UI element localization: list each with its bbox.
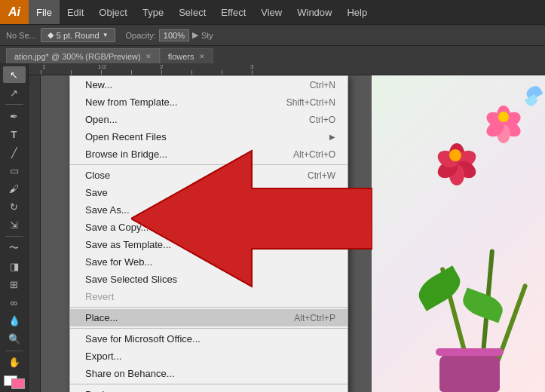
menu-place[interactable]: Place... Alt+Ctrl+P: [70, 309, 348, 326]
tool-blend[interactable]: ∞: [3, 294, 26, 311]
brush-selector[interactable]: ◆ 5 pt. Round ▼: [41, 28, 115, 42]
separator-3: [70, 328, 348, 329]
menu-open-label: Open...: [85, 114, 118, 125]
menu-save-template[interactable]: Save as Template...: [70, 236, 348, 253]
menu-save-template-label: Save as Template...: [85, 239, 171, 250]
menu-window[interactable]: Window: [289, 0, 339, 24]
tool-zoom[interactable]: 🔍: [3, 331, 26, 348]
tool-eyedropper[interactable]: 💧: [3, 312, 26, 329]
menu-open-recent[interactable]: Open Recent Files ▶: [70, 128, 348, 145]
menu-view[interactable]: View: [253, 0, 289, 24]
menu-close-shortcut: Ctrl+W: [308, 170, 335, 181]
menu-file[interactable]: File: [29, 0, 60, 24]
tab-active-document[interactable]: ation.jpg* @ 300% (RGB/Preview) ✕: [6, 48, 160, 63]
menu-save-copy-shortcut: Alt+Ctrl+S: [294, 222, 335, 233]
tool-rotate[interactable]: ↻: [3, 198, 26, 215]
opacity-arrow-icon[interactable]: ▶: [192, 30, 198, 40]
menu-new-template[interactable]: New from Template... Shift+Ctrl+N: [70, 93, 348, 111]
tab-flowers[interactable]: flowers ✕: [160, 48, 213, 63]
tool-brush[interactable]: 🖌: [3, 180, 26, 197]
tab-label: ation.jpg* @ 300% (RGB/Preview): [14, 52, 141, 61]
menu-open-shortcut: Ctrl+O: [309, 115, 335, 125]
tool-pen[interactable]: ✒: [3, 108, 26, 124]
menu-export[interactable]: Export...: [70, 348, 348, 365]
menu-save-web[interactable]: Save for Web...: [70, 253, 348, 271]
tab-flowers-close-icon[interactable]: ✕: [199, 53, 205, 60]
brush-label: 5 pt. Round: [57, 31, 100, 40]
tool-line[interactable]: ╱: [3, 144, 26, 161]
menu-close[interactable]: Close Ctrl+W: [70, 167, 348, 184]
menu-bridge-shortcut: Alt+Ctrl+O: [293, 149, 335, 160]
menu-open-recent-label: Open Recent Files: [85, 131, 167, 142]
main-area: ↖ ↗ ✒ T ╱ ▭ 🖌 ↻ ⇲ 〜 ◨ ⊞ ∞ 💧 🔍 ✋ 1: [0, 63, 545, 392]
menu-save-shortcut: Ctrl+S: [310, 188, 335, 198]
opacity-group: Opacity: ▶ Sty: [126, 29, 213, 41]
style-label: Sty: [201, 31, 213, 40]
separator-1: [70, 164, 348, 165]
submenu-arrow-icon: ▶: [329, 133, 335, 141]
tool-hand[interactable]: ✋: [3, 354, 26, 370]
menu-object[interactable]: Object: [91, 0, 135, 24]
separator-4: [70, 384, 348, 384]
left-toolbar: ↖ ↗ ✒ T ╱ ▭ 🖌 ↻ ⇲ 〜 ◨ ⊞ ∞ 💧 🔍 ✋: [0, 63, 29, 392]
tool-separator-1: [5, 104, 23, 105]
menu-new[interactable]: New... Ctrl+N: [70, 76, 348, 93]
menu-save[interactable]: Save Ctrl+S: [70, 184, 348, 201]
separator-2: [70, 307, 348, 308]
flowers-background: [372, 75, 545, 392]
color-box[interactable]: [4, 375, 25, 389]
ruler-vertical: [29, 75, 41, 392]
menu-edit[interactable]: Edit: [60, 0, 91, 24]
menu-save-slices[interactable]: Save Selected Slices: [70, 271, 348, 288]
menu-share-behance-label: Share on Behance...: [85, 368, 175, 379]
menu-save-slices-label: Save Selected Slices: [85, 274, 177, 285]
menu-save-web-label: Save for Web...: [85, 256, 152, 268]
menu-select[interactable]: Select: [171, 0, 213, 24]
title-bar: Ai File Edit Object Type Select Effect V…: [0, 0, 545, 24]
file-dropdown-menu: New... Ctrl+N New from Template... Shift…: [69, 75, 348, 392]
brush-icon: ◆: [47, 30, 54, 40]
menu-save-copy-label: Save a Copy...: [85, 222, 148, 233]
tool-mesh[interactable]: ⊞: [3, 276, 26, 292]
menu-package-label: Package...: [85, 389, 131, 392]
menu-bridge[interactable]: Browse in Bridge... Alt+Ctrl+O: [70, 145, 348, 163]
menu-save-office-label: Save for Microsoft Office...: [85, 333, 201, 345]
tool-rect[interactable]: ▭: [3, 162, 26, 179]
menu-new-template-label: New from Template...: [85, 96, 178, 108]
background-color[interactable]: [11, 378, 25, 389]
menu-new-label: New...: [85, 79, 112, 90]
menu-close-label: Close: [85, 170, 110, 181]
tool-type[interactable]: T: [3, 126, 26, 142]
menu-new-template-shortcut: Shift+Ctrl+N: [286, 97, 335, 108]
tool-separator-2: [5, 236, 23, 237]
menu-save-as[interactable]: Save As... Shift+Ctrl+S: [70, 201, 348, 219]
tool-direct-select[interactable]: ↗: [3, 84, 26, 101]
tool-warp[interactable]: 〜: [3, 240, 26, 256]
menu-type[interactable]: Type: [135, 0, 171, 24]
menu-effect[interactable]: Effect: [213, 0, 253, 24]
tool-separator-3: [5, 351, 23, 351]
menu-save-office[interactable]: Save for Microsoft Office...: [70, 330, 348, 348]
tool-gradient[interactable]: ◨: [3, 258, 26, 274]
menu-save-as-shortcut: Shift+Ctrl+S: [286, 205, 335, 216]
tab-close-icon[interactable]: ✕: [145, 53, 152, 60]
menu-export-label: Export...: [85, 351, 121, 362]
no-selection-label: No Se...: [6, 31, 36, 40]
menu-open[interactable]: Open... Ctrl+O: [70, 111, 348, 128]
options-toolbar: No Se... ◆ 5 pt. Round ▼ Opacity: ▶ Sty: [0, 24, 545, 45]
menu-package[interactable]: Package...: [70, 386, 348, 392]
opacity-input[interactable]: [159, 29, 189, 41]
menu-revert: Revert: [70, 288, 348, 305]
menu-save-copy[interactable]: Save a Copy... Alt+Ctrl+S: [70, 219, 348, 236]
menu-save-as-label: Save As...: [85, 204, 130, 216]
menu-new-shortcut: Ctrl+N: [310, 80, 335, 90]
tab-bar: ation.jpg* @ 300% (RGB/Preview) ✕ flower…: [0, 45, 545, 63]
tool-scale[interactable]: ⇲: [3, 216, 26, 233]
tool-select[interactable]: ↖: [3, 66, 26, 83]
brush-arrow-icon: ▼: [103, 32, 109, 38]
menu-help[interactable]: Help: [339, 0, 375, 24]
menu-share-behance[interactable]: Share on Behance...: [70, 365, 348, 382]
menu-save-label: Save: [85, 187, 108, 198]
tab-flowers-label: flowers: [168, 52, 194, 61]
menu-place-shortcut: Alt+Ctrl+P: [294, 313, 335, 323]
